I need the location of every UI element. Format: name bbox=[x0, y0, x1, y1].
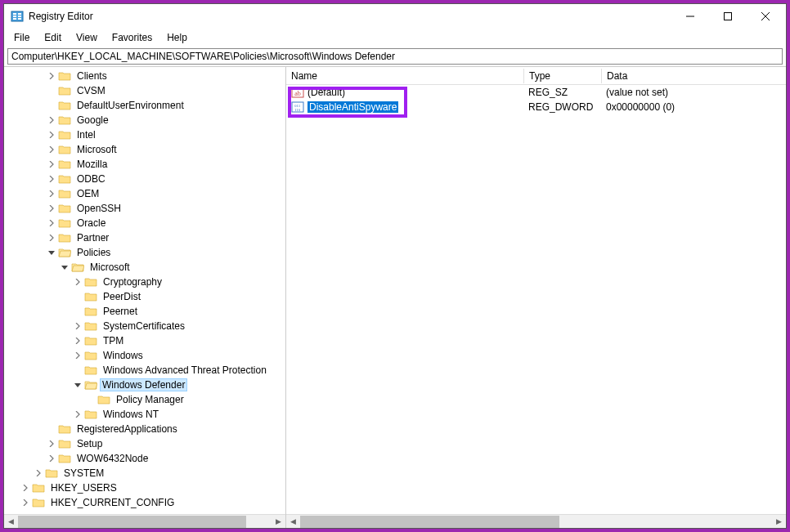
close-button[interactable] bbox=[747, 4, 784, 29]
list-horizontal-scrollbar[interactable]: ◀ ▶ bbox=[286, 514, 786, 528]
tree-item[interactable]: CVSM bbox=[6, 83, 285, 98]
tree-item[interactable]: Windows Defender bbox=[6, 378, 285, 392]
chevron-right-icon[interactable] bbox=[71, 408, 84, 421]
chevron-right-icon[interactable] bbox=[32, 467, 45, 480]
tree-horizontal-scrollbar[interactable]: ◀ ▶ bbox=[4, 514, 285, 528]
folder-icon bbox=[58, 70, 71, 82]
column-type[interactable]: Type bbox=[523, 69, 601, 83]
tree-item[interactable]: HKEY_USERS bbox=[6, 481, 285, 495]
tree-item[interactable]: Windows NT bbox=[6, 407, 285, 422]
tree-item[interactable]: Policy Manager bbox=[6, 392, 285, 407]
tree-item[interactable]: Intel bbox=[6, 127, 285, 142]
chevron-down-icon[interactable] bbox=[45, 246, 58, 259]
menu-favorites[interactable]: Favorites bbox=[105, 30, 159, 45]
tree-item[interactable]: Setup bbox=[6, 436, 285, 451]
tree-item-label: Windows NT bbox=[101, 409, 161, 420]
chevron-right-icon[interactable] bbox=[71, 320, 84, 333]
folder-icon bbox=[58, 232, 71, 244]
scroll-left-icon[interactable]: ◀ bbox=[286, 515, 300, 529]
tree-item[interactable]: TPM bbox=[6, 333, 285, 348]
menu-file[interactable]: File bbox=[7, 30, 36, 45]
value-data: (value not set) bbox=[601, 87, 786, 98]
chevron-right-icon[interactable] bbox=[45, 452, 58, 465]
chevron-right-icon[interactable] bbox=[45, 217, 58, 230]
chevron-right-icon[interactable] bbox=[45, 187, 58, 200]
folder-icon bbox=[84, 291, 97, 302]
tree-item-label: Mozilla bbox=[74, 159, 110, 170]
chevron-right-icon[interactable] bbox=[45, 128, 58, 141]
tree-item[interactable]: Oracle bbox=[6, 216, 285, 230]
tree-item-label: SystemCertificates bbox=[101, 320, 187, 332]
menu-edit[interactable]: Edit bbox=[38, 30, 68, 45]
chevron-right-icon[interactable] bbox=[45, 231, 58, 244]
folder-icon bbox=[58, 144, 71, 155]
tree-item-label: Policies bbox=[74, 247, 113, 258]
tree-item[interactable]: SystemCertificates bbox=[6, 319, 285, 333]
tree-item[interactable]: ODBC bbox=[6, 172, 285, 186]
chevron-right-icon[interactable] bbox=[45, 69, 58, 83]
address-bar[interactable]: Computer\HKEY_LOCAL_MACHINE\SOFTWARE\Pol… bbox=[7, 48, 783, 65]
chevron-right-icon[interactable] bbox=[71, 334, 84, 347]
chevron-right-icon[interactable] bbox=[19, 496, 32, 509]
chevron-right-icon[interactable] bbox=[71, 349, 84, 362]
chevron-right-icon[interactable] bbox=[19, 481, 32, 494]
string-value-icon: ab bbox=[291, 86, 304, 99]
main-area: ClientsCVSMDefaultUserEnvironmentGoogleI… bbox=[4, 66, 786, 528]
chevron-down-icon[interactable] bbox=[71, 378, 84, 391]
chevron-right-icon[interactable] bbox=[45, 202, 58, 215]
chevron-spacer bbox=[45, 99, 58, 112]
tree-item[interactable]: OEM bbox=[6, 186, 285, 201]
tree-item[interactable]: Policies bbox=[6, 245, 285, 260]
chevron-right-icon[interactable] bbox=[45, 114, 58, 127]
tree-item[interactable]: Partner bbox=[6, 230, 285, 245]
maximize-button[interactable] bbox=[709, 4, 747, 29]
scroll-left-icon[interactable]: ◀ bbox=[4, 515, 18, 529]
menu-view[interactable]: View bbox=[70, 30, 104, 45]
folder-icon bbox=[58, 100, 71, 111]
tree-item-label: Windows Defender bbox=[100, 378, 187, 391]
tree-item[interactable]: Windows bbox=[6, 348, 285, 363]
values-list[interactable]: ab(Default)REG_SZ(value not set)011110Di… bbox=[286, 85, 786, 114]
tree-item[interactable]: RegisteredApplications bbox=[6, 422, 285, 436]
chevron-right-icon[interactable] bbox=[45, 172, 58, 186]
tree-item-label: CVSM bbox=[74, 85, 108, 96]
tree-item-label: Setup bbox=[74, 438, 105, 449]
tree-item[interactable]: Microsoft bbox=[6, 260, 285, 275]
tree-item[interactable]: OpenSSH bbox=[6, 201, 285, 216]
chevron-right-icon[interactable] bbox=[45, 143, 58, 156]
folder-icon bbox=[84, 379, 97, 391]
tree-item[interactable]: PeerDist bbox=[6, 289, 285, 304]
tree-item[interactable]: Windows Advanced Threat Protection bbox=[6, 363, 285, 378]
chevron-down-icon[interactable] bbox=[58, 261, 71, 274]
chevron-right-icon[interactable] bbox=[45, 158, 58, 171]
tree-item[interactable]: Clients bbox=[6, 69, 285, 83]
tree-item[interactable]: WOW6432Node bbox=[6, 451, 285, 466]
value-name: DisableAntiSpyware bbox=[307, 101, 398, 113]
scroll-right-icon[interactable]: ▶ bbox=[272, 515, 285, 529]
value-row[interactable]: ab(Default)REG_SZ(value not set) bbox=[286, 85, 786, 100]
folder-icon bbox=[84, 364, 97, 376]
registry-tree[interactable]: ClientsCVSMDefaultUserEnvironmentGoogleI… bbox=[6, 69, 285, 510]
tree-item-label: Peernet bbox=[101, 306, 140, 317]
scroll-right-icon[interactable]: ▶ bbox=[772, 515, 786, 529]
tree-item-label: Microsoft bbox=[74, 144, 119, 155]
tree-item[interactable]: Mozilla bbox=[6, 157, 285, 172]
chevron-spacer bbox=[71, 364, 84, 377]
tree-item[interactable]: SYSTEM bbox=[6, 466, 285, 481]
tree-item[interactable]: Peernet bbox=[6, 304, 285, 319]
column-data[interactable]: Data bbox=[601, 69, 786, 83]
minimize-button[interactable] bbox=[671, 4, 709, 29]
column-name[interactable]: Name bbox=[286, 69, 523, 83]
tree-item[interactable]: DefaultUserEnvironment bbox=[6, 98, 285, 113]
menu-help[interactable]: Help bbox=[160, 30, 194, 45]
chevron-right-icon[interactable] bbox=[45, 437, 58, 450]
value-row[interactable]: 011110DisableAntiSpywareREG_DWORD0x00000… bbox=[286, 100, 786, 114]
tree-pane[interactable]: ClientsCVSMDefaultUserEnvironmentGoogleI… bbox=[4, 67, 286, 528]
tree-item-label: Clients bbox=[74, 70, 110, 82]
tree-item[interactable]: HKEY_CURRENT_CONFIG bbox=[6, 495, 285, 510]
chevron-right-icon[interactable] bbox=[71, 275, 84, 288]
tree-item[interactable]: Microsoft bbox=[6, 142, 285, 157]
tree-item[interactable]: Cryptography bbox=[6, 275, 285, 289]
tree-item[interactable]: Google bbox=[6, 113, 285, 127]
values-pane[interactable]: Name Type Data ab(Default)REG_SZ(value n… bbox=[286, 67, 786, 528]
